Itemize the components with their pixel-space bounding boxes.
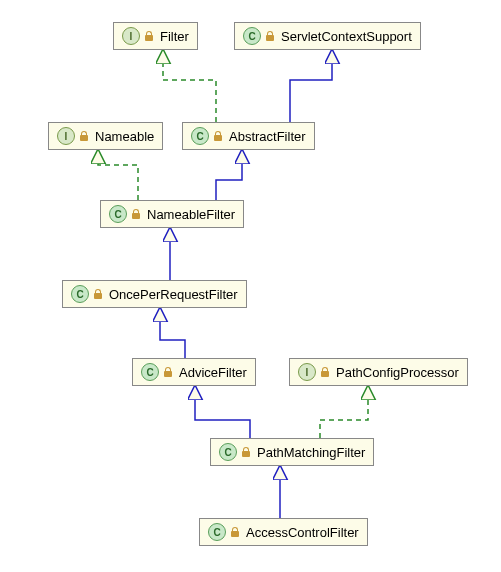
node-label: AbstractFilter — [229, 129, 306, 144]
node-label: Filter — [160, 29, 189, 44]
class-icon: C — [219, 443, 237, 461]
node-servlet-context-support[interactable]: C ServletContextSupport — [234, 22, 421, 50]
class-icon: C — [141, 363, 159, 381]
node-path-matching-filter[interactable]: C PathMatchingFilter — [210, 438, 374, 466]
node-once-per-request-filter[interactable]: C OncePerRequestFilter — [62, 280, 247, 308]
node-label: AdviceFilter — [179, 365, 247, 380]
lock-icon — [213, 131, 223, 141]
interface-icon: I — [57, 127, 75, 145]
interface-icon: I — [122, 27, 140, 45]
lock-icon — [131, 209, 141, 219]
lock-icon — [265, 31, 275, 41]
node-access-control-filter[interactable]: C AccessControlFilter — [199, 518, 368, 546]
node-label: AccessControlFilter — [246, 525, 359, 540]
node-label: Nameable — [95, 129, 154, 144]
class-icon: C — [109, 205, 127, 223]
node-label: ServletContextSupport — [281, 29, 412, 44]
node-abstract-filter[interactable]: C AbstractFilter — [182, 122, 315, 150]
class-icon: C — [243, 27, 261, 45]
lock-icon — [163, 367, 173, 377]
node-nameable-filter[interactable]: C NameableFilter — [100, 200, 244, 228]
node-label: PathMatchingFilter — [257, 445, 365, 460]
class-icon: C — [208, 523, 226, 541]
node-label: NameableFilter — [147, 207, 235, 222]
node-path-config-processor[interactable]: I PathConfigProcessor — [289, 358, 468, 386]
node-label: OncePerRequestFilter — [109, 287, 238, 302]
node-label: PathConfigProcessor — [336, 365, 459, 380]
uml-diagram: I Filter C ServletContextSupport I Namea… — [0, 0, 501, 572]
lock-icon — [79, 131, 89, 141]
node-filter[interactable]: I Filter — [113, 22, 198, 50]
class-icon: C — [191, 127, 209, 145]
interface-icon: I — [298, 363, 316, 381]
node-nameable[interactable]: I Nameable — [48, 122, 163, 150]
lock-icon — [320, 367, 330, 377]
lock-icon — [241, 447, 251, 457]
lock-icon — [230, 527, 240, 537]
lock-icon — [93, 289, 103, 299]
class-icon: C — [71, 285, 89, 303]
node-advice-filter[interactable]: C AdviceFilter — [132, 358, 256, 386]
lock-icon — [144, 31, 154, 41]
